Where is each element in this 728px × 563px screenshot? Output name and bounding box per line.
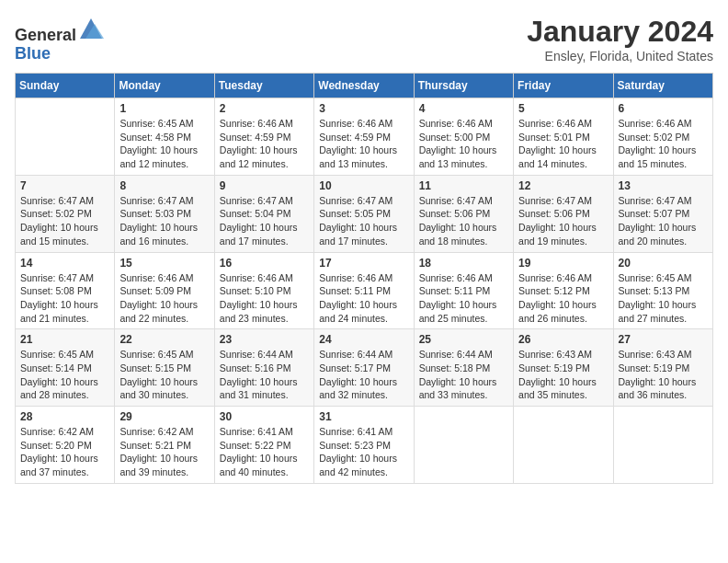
day-info: Sunrise: 6:44 AMSunset: 5:17 PMDaylight:… (319, 348, 408, 402)
day-number: 28 (20, 410, 109, 423)
calendar-cell: 22Sunrise: 6:45 AMSunset: 5:15 PMDayligh… (115, 329, 214, 407)
day-info: Sunrise: 6:47 AMSunset: 5:03 PMDaylight:… (119, 194, 209, 248)
day-info: Sunrise: 6:47 AMSunset: 5:08 PMDaylight:… (20, 271, 109, 326)
day-number: 9 (220, 179, 309, 192)
day-number: 5 (518, 102, 608, 115)
calendar-cell (613, 407, 712, 484)
calendar-cell: 17Sunrise: 6:46 AMSunset: 5:11 PMDayligh… (314, 252, 414, 329)
day-number: 12 (518, 179, 608, 192)
day-number: 11 (419, 179, 508, 192)
day-number: 16 (220, 257, 309, 270)
day-info: Sunrise: 6:46 AMSunset: 5:12 PMDaylight:… (518, 271, 608, 326)
day-number: 15 (119, 257, 209, 270)
calendar-cell: 2Sunrise: 6:46 AMSunset: 4:59 PMDaylight… (214, 98, 313, 176)
day-number: 3 (319, 102, 408, 115)
weekday-header-sunday: Sunday (16, 74, 115, 98)
day-info: Sunrise: 6:43 AMSunset: 5:19 PMDaylight:… (619, 348, 708, 402)
day-number: 25 (419, 333, 508, 346)
calendar-cell: 3Sunrise: 6:46 AMSunset: 4:59 PMDaylight… (314, 98, 414, 176)
calendar-cell: 9Sunrise: 6:47 AMSunset: 5:04 PMDaylight… (214, 175, 313, 252)
calendar-cell: 10Sunrise: 6:47 AMSunset: 5:05 PMDayligh… (314, 175, 414, 252)
day-info: Sunrise: 6:46 AMSunset: 5:09 PMDaylight:… (119, 271, 209, 326)
calendar-cell: 29Sunrise: 6:42 AMSunset: 5:21 PMDayligh… (115, 407, 214, 484)
day-info: Sunrise: 6:47 AMSunset: 5:06 PMDaylight:… (518, 194, 608, 248)
calendar-cell: 13Sunrise: 6:47 AMSunset: 5:07 PMDayligh… (613, 175, 712, 252)
day-number: 23 (220, 333, 309, 346)
calendar-cell: 7Sunrise: 6:47 AMSunset: 5:02 PMDaylight… (16, 175, 115, 252)
calendar-cell (414, 407, 513, 484)
day-number: 6 (619, 102, 708, 115)
calendar-cell: 23Sunrise: 6:44 AMSunset: 5:16 PMDayligh… (214, 329, 313, 407)
calendar-cell: 26Sunrise: 6:43 AMSunset: 5:19 PMDayligh… (514, 329, 613, 407)
weekday-header-wednesday: Wednesday (314, 74, 414, 98)
logo-blue-text: Blue (15, 44, 51, 63)
day-info: Sunrise: 6:46 AMSunset: 5:11 PMDaylight:… (319, 271, 408, 326)
calendar-cell (16, 98, 115, 176)
calendar-cell: 6Sunrise: 6:46 AMSunset: 5:02 PMDaylight… (613, 98, 712, 176)
day-number: 29 (119, 410, 209, 423)
day-info: Sunrise: 6:45 AMSunset: 5:14 PMDaylight:… (20, 348, 109, 402)
calendar-cell: 5Sunrise: 6:46 AMSunset: 5:01 PMDaylight… (514, 98, 613, 176)
calendar-cell: 4Sunrise: 6:46 AMSunset: 5:00 PMDaylight… (414, 98, 513, 176)
day-info: Sunrise: 6:47 AMSunset: 5:04 PMDaylight:… (220, 194, 309, 248)
day-number: 2 (220, 102, 309, 115)
day-number: 30 (220, 410, 309, 423)
day-number: 18 (419, 257, 508, 270)
day-number: 19 (518, 257, 608, 270)
calendar-cell: 18Sunrise: 6:46 AMSunset: 5:11 PMDayligh… (414, 252, 513, 329)
week-row-2: 7Sunrise: 6:47 AMSunset: 5:02 PMDaylight… (16, 175, 713, 252)
day-info: Sunrise: 6:46 AMSunset: 4:59 PMDaylight:… (319, 117, 408, 171)
week-row-4: 21Sunrise: 6:45 AMSunset: 5:14 PMDayligh… (16, 329, 713, 407)
day-info: Sunrise: 6:46 AMSunset: 5:00 PMDaylight:… (419, 117, 508, 171)
day-info: Sunrise: 6:44 AMSunset: 5:18 PMDaylight:… (419, 348, 508, 402)
calendar-cell: 21Sunrise: 6:45 AMSunset: 5:14 PMDayligh… (16, 329, 115, 407)
calendar-body: 1Sunrise: 6:45 AMSunset: 4:58 PMDaylight… (16, 98, 713, 484)
day-info: Sunrise: 6:45 AMSunset: 4:58 PMDaylight:… (119, 117, 209, 171)
calendar-cell: 11Sunrise: 6:47 AMSunset: 5:06 PMDayligh… (414, 175, 513, 252)
week-row-5: 28Sunrise: 6:42 AMSunset: 5:20 PMDayligh… (16, 407, 713, 484)
day-number: 26 (518, 333, 608, 346)
day-number: 8 (119, 179, 209, 192)
day-info: Sunrise: 6:42 AMSunset: 5:20 PMDaylight:… (20, 425, 109, 479)
day-info: Sunrise: 6:47 AMSunset: 5:06 PMDaylight:… (419, 194, 508, 248)
calendar-cell (514, 407, 613, 484)
week-row-1: 1Sunrise: 6:45 AMSunset: 4:58 PMDaylight… (16, 98, 713, 176)
day-info: Sunrise: 6:47 AMSunset: 5:05 PMDaylight:… (319, 194, 408, 248)
day-number: 1 (119, 102, 209, 115)
calendar-cell: 27Sunrise: 6:43 AMSunset: 5:19 PMDayligh… (613, 329, 712, 407)
weekday-header-saturday: Saturday (613, 74, 712, 98)
day-number: 20 (619, 257, 708, 270)
header: General Blue January 2024 Ensley, Florid… (15, 15, 713, 63)
calendar-cell: 30Sunrise: 6:41 AMSunset: 5:22 PMDayligh… (214, 407, 313, 484)
day-info: Sunrise: 6:46 AMSunset: 5:10 PMDaylight:… (220, 271, 309, 326)
day-info: Sunrise: 6:41 AMSunset: 5:23 PMDaylight:… (319, 425, 408, 479)
logo-icon (78, 15, 104, 40)
day-number: 17 (319, 257, 408, 270)
day-number: 10 (319, 179, 408, 192)
day-info: Sunrise: 6:46 AMSunset: 5:01 PMDaylight:… (518, 117, 608, 171)
calendar: SundayMondayTuesdayWednesdayThursdayFrid… (15, 73, 713, 484)
day-number: 4 (419, 102, 508, 115)
day-info: Sunrise: 6:46 AMSunset: 5:11 PMDaylight:… (419, 271, 508, 326)
weekday-header-monday: Monday (115, 74, 214, 98)
calendar-cell: 31Sunrise: 6:41 AMSunset: 5:23 PMDayligh… (314, 407, 414, 484)
calendar-cell: 19Sunrise: 6:46 AMSunset: 5:12 PMDayligh… (514, 252, 613, 329)
day-info: Sunrise: 6:41 AMSunset: 5:22 PMDaylight:… (220, 425, 309, 479)
week-row-3: 14Sunrise: 6:47 AMSunset: 5:08 PMDayligh… (16, 252, 713, 329)
weekday-header-row: SundayMondayTuesdayWednesdayThursdayFrid… (16, 74, 713, 98)
day-number: 13 (619, 179, 708, 192)
calendar-cell: 8Sunrise: 6:47 AMSunset: 5:03 PMDaylight… (115, 175, 214, 252)
day-info: Sunrise: 6:42 AMSunset: 5:21 PMDaylight:… (119, 425, 209, 479)
day-number: 24 (319, 333, 408, 346)
logo-general-text: General (15, 26, 76, 44)
calendar-cell: 14Sunrise: 6:47 AMSunset: 5:08 PMDayligh… (16, 252, 115, 329)
calendar-cell: 25Sunrise: 6:44 AMSunset: 5:18 PMDayligh… (414, 329, 513, 407)
calendar-cell: 16Sunrise: 6:46 AMSunset: 5:10 PMDayligh… (214, 252, 313, 329)
day-info: Sunrise: 6:46 AMSunset: 4:59 PMDaylight:… (220, 117, 309, 171)
day-info: Sunrise: 6:44 AMSunset: 5:16 PMDaylight:… (220, 348, 309, 402)
day-number: 31 (319, 410, 408, 423)
calendar-cell: 12Sunrise: 6:47 AMSunset: 5:06 PMDayligh… (514, 175, 613, 252)
day-number: 21 (20, 333, 109, 346)
day-number: 27 (619, 333, 708, 346)
day-info: Sunrise: 6:43 AMSunset: 5:19 PMDaylight:… (518, 348, 608, 402)
